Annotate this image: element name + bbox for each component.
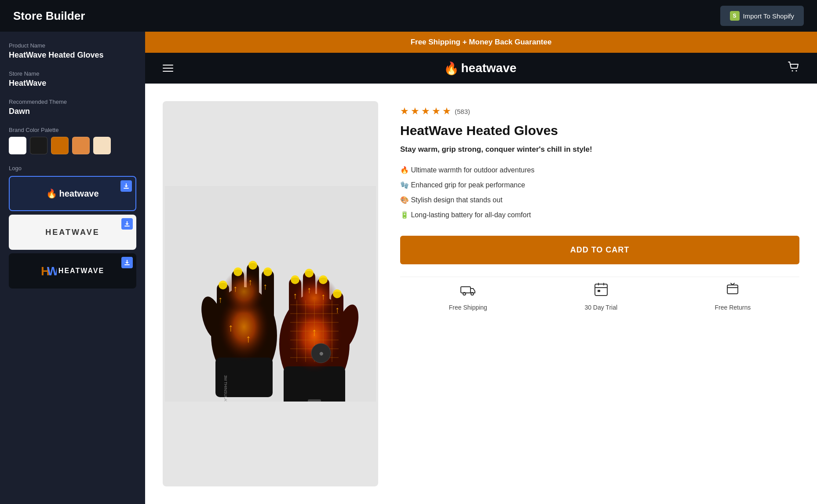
top-header: Store Builder S Import To Shopify <box>0 0 817 32</box>
import-to-shopify-button[interactable]: S Import To Shopify <box>720 6 804 26</box>
svg-point-51 <box>305 269 314 278</box>
feature-item-1: 🔥 Ultimate warmth for outdoor adventures <box>400 163 799 178</box>
svg-rect-60 <box>308 399 321 402</box>
store-name-value: HeatWave <box>9 79 136 88</box>
svg-rect-2 <box>124 264 130 265</box>
brand-color-label: Brand Color Palette <box>9 127 136 133</box>
svg-point-19 <box>248 261 257 270</box>
product-title: HeatWave Heated Gloves <box>400 123 799 138</box>
svg-rect-64 <box>595 284 607 296</box>
logo-3-text: H W HEATWAVE <box>41 263 104 279</box>
hamburger-menu[interactable] <box>163 65 173 72</box>
svg-text:↑: ↑ <box>312 326 317 338</box>
svg-text:3M THINSULATE: 3M THINSULATE <box>223 375 228 402</box>
shopify-icon: S <box>730 11 740 21</box>
svg-text:↑: ↑ <box>228 321 233 333</box>
svg-rect-66 <box>727 285 738 294</box>
svg-text:↑: ↑ <box>246 332 251 344</box>
brand-color-field: Brand Color Palette <box>9 127 136 154</box>
store-name-field: Store Name HeatWave <box>9 70 136 88</box>
logo-option-1[interactable]: 🔥 heatwave <box>9 176 136 211</box>
product-tagline: Stay warm, grip strong, conquer winter's… <box>400 144 799 155</box>
svg-point-16 <box>222 270 266 314</box>
store-name-label: Store Name <box>9 70 136 77</box>
store-banner: Free Shipping + Money Back Guarantee <box>145 32 817 53</box>
feature-list: 🔥 Ultimate warmth for outdoor adventures… <box>400 163 799 223</box>
app-logo: Store Builder <box>13 9 85 23</box>
product-name-field: Product Name HeatWave Heated Gloves <box>9 42 136 60</box>
trust-badge-trial: 30 Day Trial <box>584 281 617 311</box>
shipping-label: Free Shipping <box>449 304 487 311</box>
svg-point-5 <box>791 70 793 72</box>
import-button-label: Import To Shopify <box>743 12 794 20</box>
svg-rect-0 <box>124 188 129 189</box>
logo-1-text: 🔥 heatwave <box>46 188 98 199</box>
color-swatch-cream[interactable] <box>93 137 111 154</box>
svg-point-52 <box>291 275 299 284</box>
product-name-label: Product Name <box>9 42 136 49</box>
store-logo-text: heatwave <box>461 61 516 75</box>
product-details: ★ ★ ★ ★ ★ (583) HeatWave Heated Gloves S… <box>400 101 799 486</box>
store-nav: 🔥 heatwave <box>145 53 817 84</box>
svg-text:↑: ↑ <box>263 281 267 291</box>
svg-text:↑: ↑ <box>307 285 311 295</box>
product-name-value: HeatWave Heated Gloves <box>9 51 136 60</box>
svg-point-49 <box>333 289 342 298</box>
product-stars: ★ ★ ★ ★ ★ (583) <box>400 106 799 117</box>
logo-label: Logo <box>9 165 136 172</box>
feature-item-3: 🎨 Stylish design that stands out <box>400 193 799 208</box>
sidebar: Product Name HeatWave Heated Gloves Stor… <box>0 32 145 504</box>
logo-option-3[interactable]: H W HEATWAVE <box>9 253 136 289</box>
svg-text:↑: ↑ <box>293 291 297 300</box>
feature-item-4: 🔋 Long-lasting battery for all-day comfo… <box>400 208 799 223</box>
svg-text:↑: ↑ <box>335 305 339 314</box>
download-logo-1-button[interactable] <box>120 180 132 192</box>
star-4: ★ <box>432 106 441 117</box>
logo-options: 🔥 heatwave HEATWAVE <box>9 176 136 289</box>
svg-text:↑: ↑ <box>248 277 252 287</box>
recommended-theme-value: Dawn <box>9 107 136 116</box>
store-logo: 🔥 heatwave <box>444 61 516 76</box>
trust-badge-returns: Free Returns <box>715 281 751 311</box>
star-1: ★ <box>400 106 409 117</box>
svg-text:↑: ↑ <box>233 284 237 293</box>
color-swatch-white[interactable] <box>9 137 26 154</box>
svg-text:↑: ↑ <box>321 292 325 301</box>
product-section: ↑ ↑ ↑ ↑ ↑ ↑ 3M THINSULATE <box>145 84 817 504</box>
add-to-cart-button[interactable]: ADD TO CART <box>400 236 799 264</box>
color-palette <box>9 137 136 154</box>
svg-point-50 <box>319 275 328 284</box>
svg-text:↑: ↑ <box>218 295 222 304</box>
store-preview: Free Shipping + Money Back Guarantee 🔥 h… <box>145 32 817 504</box>
star-5: ★ <box>442 106 451 117</box>
svg-point-18 <box>233 267 242 276</box>
svg-point-62 <box>463 292 466 295</box>
product-image: ↑ ↑ ↑ ↑ ↑ ↑ 3M THINSULATE <box>163 101 378 486</box>
color-swatch-black[interactable] <box>30 137 47 154</box>
svg-point-17 <box>219 281 227 289</box>
color-swatch-orange[interactable] <box>51 137 69 154</box>
store-flame-icon: 🔥 <box>444 61 459 76</box>
star-2: ★ <box>411 106 419 117</box>
trust-badge-shipping: Free Shipping <box>449 281 487 311</box>
main-layout: Product Name HeatWave Heated Gloves Stor… <box>0 32 817 504</box>
download-logo-3-button[interactable] <box>121 257 133 268</box>
color-swatch-light-orange[interactable] <box>72 137 90 154</box>
feature-item-2: 🧤 Enhanced grip for peak performance <box>400 178 799 193</box>
hamburger-line-1 <box>163 65 173 66</box>
svg-point-63 <box>471 292 474 295</box>
svg-text:W: W <box>47 264 57 278</box>
cart-icon[interactable] <box>787 61 799 76</box>
svg-text:⊕: ⊕ <box>319 351 323 356</box>
hamburger-line-2 <box>163 68 173 69</box>
recommended-theme-label: Recommended Theme <box>9 99 136 105</box>
shipping-icon <box>460 281 476 300</box>
svg-point-6 <box>795 70 797 72</box>
logo-option-2[interactable]: HEATWAVE <box>9 215 136 250</box>
review-count: (583) <box>455 108 470 115</box>
returns-label: Free Returns <box>715 304 751 311</box>
product-image-container: ↑ ↑ ↑ ↑ ↑ ↑ 3M THINSULATE <box>163 101 378 486</box>
svg-rect-1 <box>124 226 130 226</box>
download-logo-2-button[interactable] <box>121 218 133 230</box>
logo-field: Logo 🔥 heatwave HEA <box>9 165 136 289</box>
